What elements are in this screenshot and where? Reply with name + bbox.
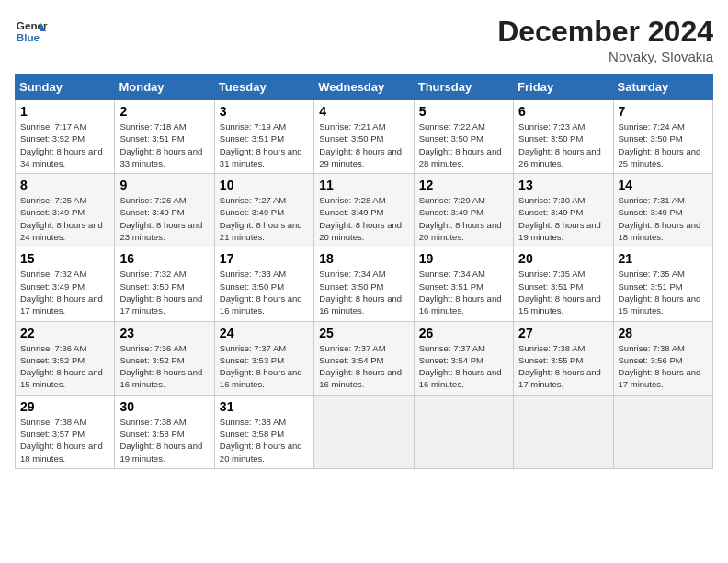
day-info: Sunrise: 7:37 AM Sunset: 3:53 PM Dayligh… <box>220 342 309 391</box>
day-info: Sunrise: 7:29 AM Sunset: 3:49 PM Dayligh… <box>419 194 508 243</box>
day-info: Sunrise: 7:25 AM Sunset: 3:49 PM Dayligh… <box>20 194 109 243</box>
weekday-header-thursday: Thursday <box>414 75 513 100</box>
day-info: Sunrise: 7:26 AM Sunset: 3:49 PM Dayligh… <box>119 194 209 243</box>
day-info: Sunrise: 7:38 AM Sunset: 3:58 PM Dayligh… <box>220 416 309 465</box>
day-number: 22 <box>20 326 109 340</box>
day-number: 1 <box>20 104 109 119</box>
day-number: 25 <box>319 326 408 340</box>
day-info: Sunrise: 7:24 AM Sunset: 3:50 PM Dayligh… <box>619 121 708 169</box>
calendar-day-25: 25 Sunrise: 7:37 AM Sunset: 3:54 PM Dayl… <box>314 321 414 395</box>
calendar-day-22: 22 Sunrise: 7:36 AM Sunset: 3:52 PM Dayl… <box>16 321 115 395</box>
day-info: Sunrise: 7:28 AM Sunset: 3:49 PM Dayligh… <box>319 194 408 243</box>
weekday-header-sunday: Sunday <box>16 75 115 100</box>
month-title: December 2024 <box>497 15 713 49</box>
day-number: 27 <box>518 326 608 340</box>
calendar-day-21: 21 Sunrise: 7:35 AM Sunset: 3:51 PM Dayl… <box>613 247 712 321</box>
empty-cell <box>314 395 414 468</box>
day-info: Sunrise: 7:34 AM Sunset: 3:50 PM Dayligh… <box>319 268 408 316</box>
day-number: 15 <box>20 251 109 266</box>
calendar-day-13: 13 Sunrise: 7:30 AM Sunset: 3:49 PM Dayl… <box>514 174 613 247</box>
day-info: Sunrise: 7:18 AM Sunset: 3:51 PM Dayligh… <box>119 121 209 169</box>
weekday-header-friday: Friday <box>514 75 613 100</box>
calendar-day-31: 31 Sunrise: 7:38 AM Sunset: 3:58 PM Dayl… <box>214 395 313 468</box>
day-number: 20 <box>518 251 608 266</box>
day-info: Sunrise: 7:36 AM Sunset: 3:52 PM Dayligh… <box>119 342 209 391</box>
calendar-day-29: 29 Sunrise: 7:38 AM Sunset: 3:57 PM Dayl… <box>16 395 115 468</box>
weekday-header-wednesday: Wednesday <box>314 75 414 100</box>
day-number: 7 <box>619 104 708 119</box>
day-number: 19 <box>419 251 508 266</box>
weekday-header-saturday: Saturday <box>613 75 712 100</box>
day-info: Sunrise: 7:30 AM Sunset: 3:49 PM Dayligh… <box>518 194 608 243</box>
day-number: 29 <box>20 399 109 414</box>
logo: General Blue <box>15 15 48 48</box>
day-number: 28 <box>619 326 708 340</box>
day-info: Sunrise: 7:38 AM Sunset: 3:57 PM Dayligh… <box>20 416 109 465</box>
calendar-day-1: 1 Sunrise: 7:17 AM Sunset: 3:52 PM Dayli… <box>16 100 115 174</box>
calendar-day-14: 14 Sunrise: 7:31 AM Sunset: 3:49 PM Dayl… <box>613 174 712 247</box>
calendar-day-28: 28 Sunrise: 7:38 AM Sunset: 3:56 PM Dayl… <box>613 321 712 395</box>
day-number: 16 <box>119 251 209 266</box>
day-info: Sunrise: 7:38 AM Sunset: 3:55 PM Dayligh… <box>518 342 608 391</box>
calendar-day-7: 7 Sunrise: 7:24 AM Sunset: 3:50 PM Dayli… <box>613 100 712 174</box>
day-info: Sunrise: 7:23 AM Sunset: 3:50 PM Dayligh… <box>518 121 608 169</box>
calendar-day-12: 12 Sunrise: 7:29 AM Sunset: 3:49 PM Dayl… <box>414 174 513 247</box>
day-info: Sunrise: 7:32 AM Sunset: 3:50 PM Dayligh… <box>119 268 209 316</box>
calendar-day-3: 3 Sunrise: 7:19 AM Sunset: 3:51 PM Dayli… <box>214 100 313 174</box>
calendar-day-30: 30 Sunrise: 7:38 AM Sunset: 3:58 PM Dayl… <box>115 395 214 468</box>
calendar-day-6: 6 Sunrise: 7:23 AM Sunset: 3:50 PM Dayli… <box>514 100 613 174</box>
day-number: 31 <box>220 399 309 414</box>
calendar-day-9: 9 Sunrise: 7:26 AM Sunset: 3:49 PM Dayli… <box>115 174 214 247</box>
day-number: 30 <box>119 399 209 414</box>
day-number: 21 <box>619 251 708 266</box>
calendar-day-10: 10 Sunrise: 7:27 AM Sunset: 3:49 PM Dayl… <box>214 174 313 247</box>
day-number: 2 <box>119 104 209 119</box>
day-number: 26 <box>419 326 508 340</box>
day-info: Sunrise: 7:35 AM Sunset: 3:51 PM Dayligh… <box>518 268 608 316</box>
day-number: 18 <box>319 251 408 266</box>
day-number: 11 <box>319 178 408 192</box>
day-number: 6 <box>518 104 608 119</box>
day-info: Sunrise: 7:17 AM Sunset: 3:52 PM Dayligh… <box>20 121 109 169</box>
day-info: Sunrise: 7:38 AM Sunset: 3:56 PM Dayligh… <box>619 342 708 391</box>
calendar-day-27: 27 Sunrise: 7:38 AM Sunset: 3:55 PM Dayl… <box>514 321 613 395</box>
day-info: Sunrise: 7:32 AM Sunset: 3:49 PM Dayligh… <box>20 268 109 316</box>
calendar-day-11: 11 Sunrise: 7:28 AM Sunset: 3:49 PM Dayl… <box>314 174 414 247</box>
empty-cell <box>613 395 712 468</box>
calendar-day-19: 19 Sunrise: 7:34 AM Sunset: 3:51 PM Dayl… <box>414 247 513 321</box>
calendar-day-20: 20 Sunrise: 7:35 AM Sunset: 3:51 PM Dayl… <box>514 247 613 321</box>
title-area: December 2024 Novaky, Slovakia <box>497 15 713 64</box>
calendar-day-5: 5 Sunrise: 7:22 AM Sunset: 3:50 PM Dayli… <box>414 100 513 174</box>
calendar-day-18: 18 Sunrise: 7:34 AM Sunset: 3:50 PM Dayl… <box>314 247 414 321</box>
calendar-table: SundayMondayTuesdayWednesdayThursdayFrid… <box>15 74 713 469</box>
calendar-day-23: 23 Sunrise: 7:36 AM Sunset: 3:52 PM Dayl… <box>115 321 214 395</box>
day-number: 24 <box>220 326 309 340</box>
calendar-day-4: 4 Sunrise: 7:21 AM Sunset: 3:50 PM Dayli… <box>314 100 414 174</box>
weekday-header-tuesday: Tuesday <box>214 75 313 100</box>
day-number: 10 <box>220 178 309 192</box>
empty-cell <box>414 395 513 468</box>
day-number: 9 <box>119 178 209 192</box>
day-info: Sunrise: 7:33 AM Sunset: 3:50 PM Dayligh… <box>220 268 309 316</box>
day-number: 17 <box>220 251 309 266</box>
day-number: 3 <box>220 104 309 119</box>
weekday-header-monday: Monday <box>115 75 214 100</box>
calendar-day-15: 15 Sunrise: 7:32 AM Sunset: 3:49 PM Dayl… <box>16 247 115 321</box>
day-info: Sunrise: 7:31 AM Sunset: 3:49 PM Dayligh… <box>619 194 708 243</box>
day-number: 8 <box>20 178 109 192</box>
location: Novaky, Slovakia <box>497 49 713 64</box>
day-info: Sunrise: 7:37 AM Sunset: 3:54 PM Dayligh… <box>419 342 508 391</box>
calendar-day-16: 16 Sunrise: 7:32 AM Sunset: 3:50 PM Dayl… <box>115 247 214 321</box>
day-info: Sunrise: 7:37 AM Sunset: 3:54 PM Dayligh… <box>319 342 408 391</box>
day-info: Sunrise: 7:21 AM Sunset: 3:50 PM Dayligh… <box>319 121 408 169</box>
calendar-day-24: 24 Sunrise: 7:37 AM Sunset: 3:53 PM Dayl… <box>214 321 313 395</box>
day-info: Sunrise: 7:35 AM Sunset: 3:51 PM Dayligh… <box>619 268 708 316</box>
day-info: Sunrise: 7:34 AM Sunset: 3:51 PM Dayligh… <box>419 268 508 316</box>
day-info: Sunrise: 7:36 AM Sunset: 3:52 PM Dayligh… <box>20 342 109 391</box>
calendar-day-26: 26 Sunrise: 7:37 AM Sunset: 3:54 PM Dayl… <box>414 321 513 395</box>
svg-text:Blue: Blue <box>17 31 40 43</box>
day-info: Sunrise: 7:22 AM Sunset: 3:50 PM Dayligh… <box>419 121 508 169</box>
header: General Blue December 2024 Novaky, Slova… <box>15 15 713 64</box>
day-number: 13 <box>518 178 608 192</box>
calendar-day-2: 2 Sunrise: 7:18 AM Sunset: 3:51 PM Dayli… <box>115 100 214 174</box>
